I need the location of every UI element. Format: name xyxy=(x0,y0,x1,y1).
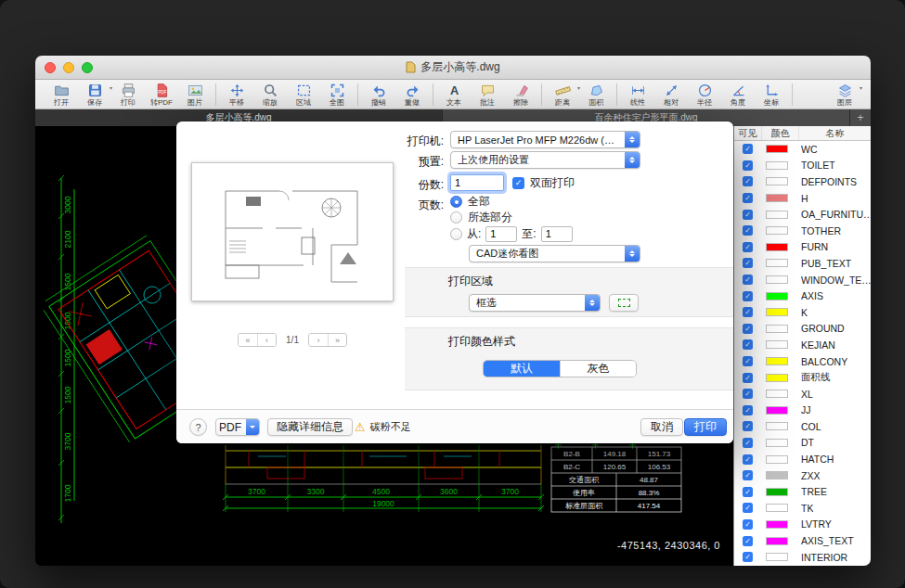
toolbar-button-linear[interactable]: 线性 xyxy=(621,81,654,109)
layer-visible-checkbox[interactable] xyxy=(743,210,753,220)
prev-page-button[interactable]: ‹ xyxy=(257,334,276,346)
layer-visible-checkbox[interactable] xyxy=(743,373,753,383)
first-page-button[interactable]: « xyxy=(239,334,257,346)
cancel-button[interactable]: 取消 xyxy=(640,418,683,436)
layer-visible-checkbox[interactable] xyxy=(743,405,753,415)
pages-all-radio[interactable] xyxy=(450,196,462,208)
toolbar-button-radius[interactable]: 半径 xyxy=(688,81,721,109)
layer-visible-checkbox[interactable] xyxy=(743,552,753,562)
toolbar-button-region[interactable]: 区域 xyxy=(287,81,320,109)
layer-color-swatch[interactable] xyxy=(766,455,788,464)
layer-visible-checkbox[interactable] xyxy=(743,470,753,480)
zoom-window-button[interactable] xyxy=(82,62,93,73)
toolbar-button-redo[interactable]: 重做 xyxy=(395,81,429,109)
layer-visible-checkbox[interactable] xyxy=(743,225,753,236)
add-tab-button[interactable]: + xyxy=(850,109,871,126)
pdf-menu-button[interactable]: PDF xyxy=(215,418,260,436)
toolbar-button-distance[interactable]: 距离▾ xyxy=(546,81,579,109)
pages-from-input[interactable] xyxy=(485,226,517,242)
layer-color-swatch[interactable] xyxy=(766,488,788,496)
toolbar-button-relative[interactable]: 相对 xyxy=(654,81,688,109)
layer-color-swatch[interactable] xyxy=(766,439,788,447)
toolbar-button-area[interactable]: 面积 xyxy=(579,81,613,109)
layer-visible-checkbox[interactable] xyxy=(743,242,753,252)
layer-visible-checkbox[interactable] xyxy=(743,291,753,301)
toolbar-button-undo[interactable]: 撤销 xyxy=(362,81,395,109)
pick-area-button[interactable] xyxy=(609,294,639,312)
presets-select[interactable]: 上次使用的设置 xyxy=(450,151,640,169)
layer-visible-checkbox[interactable] xyxy=(743,193,753,203)
layer-color-swatch[interactable] xyxy=(766,504,788,512)
toolbar-button-to-pdf[interactable]: PDF转PDF xyxy=(145,81,178,109)
layer-visible-checkbox[interactable] xyxy=(743,487,753,497)
toolbar-button-open[interactable]: 打开 xyxy=(45,81,78,109)
print-button[interactable]: 打印 xyxy=(684,418,727,436)
copies-input[interactable] xyxy=(450,174,504,191)
layer-color-swatch[interactable] xyxy=(766,243,788,251)
toolbar-button-print[interactable]: 打印 xyxy=(111,81,145,109)
toolbar-button-pan[interactable]: 平移 xyxy=(220,81,253,109)
layer-visible-checkbox[interactable] xyxy=(743,160,753,171)
layer-visible-checkbox[interactable] xyxy=(743,421,753,431)
layer-color-swatch[interactable] xyxy=(766,211,788,219)
layer-color-swatch[interactable] xyxy=(766,471,788,479)
toolbar-button-angle[interactable]: 角度 xyxy=(721,81,755,109)
layer-visible-checkbox[interactable] xyxy=(743,307,753,317)
layer-visible-checkbox[interactable] xyxy=(743,356,753,366)
layer-color-swatch[interactable] xyxy=(766,553,788,561)
close-window-button[interactable] xyxy=(45,62,56,73)
help-button[interactable]: ? xyxy=(189,418,207,436)
toolbar-button-erase[interactable]: 擦除 xyxy=(504,81,537,109)
layer-visible-checkbox[interactable] xyxy=(743,519,753,530)
layer-color-swatch[interactable] xyxy=(766,292,788,300)
print-area-select[interactable]: 框选 xyxy=(469,294,601,312)
layer-visible-checkbox[interactable] xyxy=(743,389,753,399)
toolbar-button-fit-view[interactable]: 全图 xyxy=(320,81,354,109)
layer-color-swatch[interactable] xyxy=(766,422,788,430)
pages-to-input[interactable] xyxy=(541,226,573,242)
color-default-segment[interactable]: 默认 xyxy=(484,361,560,377)
printer-select[interactable]: HP LaserJet Pro MFP M226dw (BF2574) xyxy=(450,131,640,148)
layer-color-swatch[interactable] xyxy=(766,259,788,267)
toolbar-button-zoom[interactable]: 缩放 xyxy=(253,81,287,109)
layer-color-swatch[interactable] xyxy=(766,145,788,153)
toolbar-button-image[interactable]: 图片 xyxy=(178,81,212,109)
layer-color-swatch[interactable] xyxy=(766,161,788,170)
pages-selected-radio[interactable] xyxy=(450,211,462,224)
layer-color-swatch[interactable] xyxy=(766,275,788,284)
layer-color-swatch[interactable] xyxy=(766,340,788,349)
layer-visible-checkbox[interactable] xyxy=(743,144,753,154)
toolbar-button-layers[interactable]: 图层▾ xyxy=(828,81,861,109)
layer-visible-checkbox[interactable] xyxy=(743,503,753,513)
layer-color-swatch[interactable] xyxy=(766,325,788,333)
layer-visible-checkbox[interactable] xyxy=(743,438,753,448)
layer-visible-checkbox[interactable] xyxy=(743,536,753,546)
layer-visible-checkbox[interactable] xyxy=(743,258,753,268)
layer-visible-checkbox[interactable] xyxy=(743,275,753,285)
duplex-checkbox[interactable] xyxy=(512,177,524,189)
layer-visible-checkbox[interactable] xyxy=(743,176,753,186)
layer-color-swatch[interactable] xyxy=(766,537,788,545)
layer-visible-checkbox[interactable] xyxy=(743,339,753,350)
layer-color-swatch[interactable] xyxy=(766,374,788,382)
hide-details-button[interactable]: 隐藏详细信息 xyxy=(267,418,353,436)
app-section-select[interactable]: CAD迷你看图 xyxy=(469,245,640,262)
layer-visible-checkbox[interactable] xyxy=(743,324,753,334)
title-bar[interactable]: 多层小高等.dwg xyxy=(35,56,871,80)
toolbar-button-save[interactable]: 保存▾ xyxy=(78,81,111,109)
layer-color-swatch[interactable] xyxy=(766,520,788,529)
layer-color-swatch[interactable] xyxy=(766,194,788,202)
last-page-button[interactable]: » xyxy=(328,334,346,346)
layer-color-swatch[interactable] xyxy=(766,406,788,415)
layer-color-swatch[interactable] xyxy=(766,357,788,365)
next-page-button[interactable]: › xyxy=(309,334,328,346)
toolbar-button-coordinate[interactable]: 坐标 xyxy=(755,81,788,109)
layer-color-swatch[interactable] xyxy=(766,177,788,185)
layer-color-swatch[interactable] xyxy=(766,308,788,316)
layer-visible-checkbox[interactable] xyxy=(743,454,753,465)
layer-color-swatch[interactable] xyxy=(766,390,788,398)
toolbar-button-text[interactable]: A文本 xyxy=(437,81,471,109)
color-gray-segment[interactable]: 灰色 xyxy=(560,361,636,377)
layer-color-swatch[interactable] xyxy=(766,226,788,235)
pages-range-radio[interactable] xyxy=(450,228,462,240)
